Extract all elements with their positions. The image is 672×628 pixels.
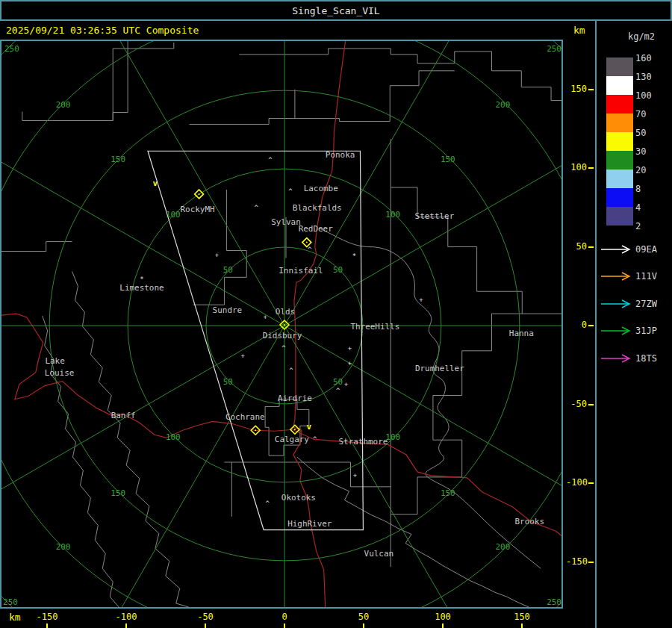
right-axis-tick <box>588 562 594 563</box>
legend-threshold-label: 100 <box>635 90 668 101</box>
ring-label: 50 <box>333 265 343 275</box>
ring-label: 100 <box>385 210 400 220</box>
town-marker: * <box>140 276 143 283</box>
right-distance-scale: 150100500-50-100-150 <box>563 40 595 609</box>
city-label-highriver: HighRiver <box>287 519 332 529</box>
legend-threshold-label: 8 <box>635 184 668 194</box>
site-arrow-icon <box>601 299 635 309</box>
city-label-limestone: Limestone <box>119 283 164 293</box>
ring-label: 250 <box>3 597 18 607</box>
town-marker: ^ <box>313 435 317 443</box>
radar-site-dot <box>199 193 200 195</box>
city-label-airdrie: Airdrie <box>278 394 312 403</box>
radar-viewer-window: Single_Scan_VIL 2025/09/21 03:26:35 UTC … <box>0 0 672 628</box>
legend-color-block-160 <box>606 57 633 76</box>
bottom-axis-label-150: 150 <box>505 612 538 622</box>
legend-threshold-label: 30 <box>635 146 668 157</box>
ring-label: 250 <box>547 597 561 607</box>
bottom-axis-tick <box>521 624 523 628</box>
right-axis-label-50: 50 <box>566 241 587 252</box>
legend-threshold-label: 2 <box>635 221 668 231</box>
map-canvas[interactable]: 5050505010010010010015015015015020020020… <box>1 41 561 607</box>
site-arrow-icon <box>601 244 635 255</box>
radar-site-dot <box>294 429 296 430</box>
legend-threshold-label: 4 <box>635 202 668 213</box>
right-axis-tick <box>588 482 594 484</box>
town-marker: * <box>352 252 356 260</box>
map-panel: 5050505010010010010015015015015020020020… <box>0 40 563 609</box>
title-bar: Single_Scan_VIL <box>0 0 672 21</box>
color-legend-panel: kg/m2 16013010070503020842 09EA111V27ZW3… <box>597 21 672 628</box>
bottom-axis-label-100: 100 <box>426 612 459 622</box>
legend-unit-label: kg/m2 <box>612 31 671 42</box>
bottom-axis-label--100: -100 <box>110 612 143 622</box>
town-marker: ^ <box>288 187 293 195</box>
town-marker: + <box>348 360 352 367</box>
legend-threshold-label: 70 <box>635 109 668 119</box>
city-label-cochrane: Cochrane <box>225 412 265 422</box>
bottom-axis-label-0: 0 <box>268 612 301 622</box>
city-label-ponoka: Ponoka <box>326 150 355 160</box>
city-label-stettler: Stettler <box>415 211 455 221</box>
legend-color-block-100 <box>606 95 633 114</box>
right-axis-tick <box>588 89 594 90</box>
city-label-louise: Louise <box>45 368 75 378</box>
right-axis-label--100: -100 <box>566 477 587 488</box>
radar-site-dot <box>306 242 308 243</box>
town-marker: ^ <box>336 387 340 394</box>
town-marker: ^ <box>268 156 273 164</box>
ring-label: 50 <box>223 377 233 387</box>
window-title: Single_Scan_VIL <box>292 5 379 16</box>
town-marker: ^ <box>265 500 270 507</box>
city-label-innisfail: Innisfail <box>279 266 323 276</box>
legend-color-block-30 <box>606 151 633 170</box>
city-label-lake: Lake <box>45 356 64 366</box>
radial-line-120 <box>62 326 284 607</box>
city-label-okotoks: Okotoks <box>281 493 316 503</box>
town-marker: ^ <box>289 367 293 374</box>
legend-color-block-8 <box>606 188 633 207</box>
bottom-axis-tick <box>284 624 285 628</box>
ring-label: 150 <box>441 155 455 164</box>
bottom-axis-tick <box>363 624 364 628</box>
town-marker: + <box>348 345 352 352</box>
radial-line-240 <box>62 41 284 326</box>
site-arrow-icon <box>601 353 635 364</box>
city-label-brooks: Brooks <box>514 517 544 526</box>
site-legend-row-111V: 111V <box>597 271 672 282</box>
bottom-axis-label--150: -150 <box>31 612 63 622</box>
legend-color-block-4 <box>606 207 633 226</box>
legend-threshold-label: 50 <box>635 128 668 138</box>
right-axis-tick <box>588 167 594 169</box>
right-axis-label-150: 150 <box>566 84 587 94</box>
city-label-sylvan: Sylvan <box>271 217 301 227</box>
ring-label: 200 <box>496 100 511 110</box>
right-axis-label-0: 0 <box>566 320 587 330</box>
right-axis-tick <box>588 404 594 405</box>
legend-color-block-130 <box>606 76 633 95</box>
bottom-axis-tick <box>205 624 206 628</box>
ring-label: 150 <box>111 155 125 164</box>
city-label-rockymh: RockyMH <box>181 205 215 214</box>
site-arrow-icon <box>601 326 635 336</box>
radar-site-dot <box>284 324 285 326</box>
city-label-hanna: Hanna <box>509 329 534 338</box>
right-axis-label-100: 100 <box>566 162 587 172</box>
bottom-axis-label--50: -50 <box>189 612 222 622</box>
right-axis-label--150: -150 <box>566 556 587 567</box>
bottom-axis-tick <box>46 624 48 628</box>
legend-color-block-20 <box>606 170 633 188</box>
ring-label: 50 <box>333 377 343 387</box>
legend-threshold-label: 130 <box>635 72 668 82</box>
ring-label: 50 <box>223 265 233 275</box>
town-marker: ^ <box>254 204 258 211</box>
city-label-strathmore: Strathmore <box>338 437 388 447</box>
site-legend-row-31JP: 31JP <box>597 326 672 336</box>
ring-label: 100 <box>166 432 181 442</box>
right-axis-unit: km <box>573 25 585 36</box>
city-label-vulcan: Vulcan <box>364 549 394 559</box>
town-marker: + <box>241 352 245 360</box>
bottom-axis-tick <box>125 624 127 628</box>
legend-color-block-50 <box>606 132 633 151</box>
ring-label: 200 <box>56 100 71 110</box>
